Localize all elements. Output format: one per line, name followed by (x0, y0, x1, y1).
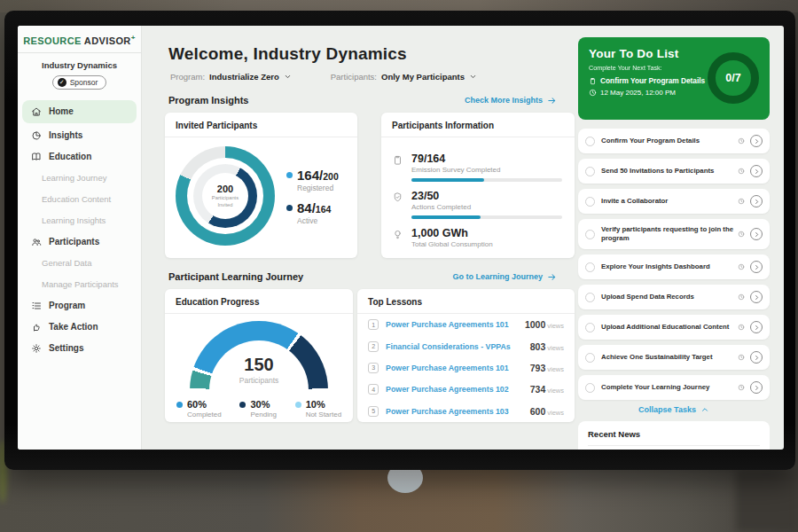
sidebar-menu: Home Insights Education Learning Journey… (18, 100, 141, 359)
app-logo: RESOURCE ADVISOR+ (18, 34, 141, 46)
sidebar-item-label: General Data (42, 258, 92, 268)
lesson-link[interactable]: Power Purchase Agreements 103 (386, 407, 509, 416)
chevron-right-icon (754, 168, 760, 175)
task-item[interactable]: Send 50 Invitations to Participants (578, 159, 770, 184)
lesson-link[interactable]: Power Purchase Agreements 101 (386, 364, 509, 372)
participants-filter-dropdown[interactable]: Participants: Only My Participants (331, 72, 477, 82)
insights-icon (31, 130, 42, 141)
clock-icon (738, 198, 745, 205)
filter-label: Participants: (331, 72, 377, 82)
task-checkbox[interactable] (585, 230, 595, 239)
sidebar-item-manage-participants[interactable]: Manage Participants (18, 274, 141, 295)
todo-header-card: Your To Do List Complete Your Next Task:… (578, 37, 770, 120)
task-open-button[interactable] (750, 228, 763, 240)
task-item[interactable]: Achieve One Sustainability Target (578, 345, 770, 370)
clock-icon (738, 137, 745, 145)
legend-dot (295, 402, 301, 408)
lesson-views: 1000views (525, 319, 564, 330)
invited-donut: 200 Participants Invited (176, 146, 275, 246)
section-title-learning-journey: Participant Learning Journey (168, 271, 303, 282)
task-checkbox[interactable] (585, 262, 595, 272)
chevron-right-icon (754, 325, 760, 331)
task-checkbox[interactable] (585, 167, 595, 176)
task-open-button[interactable] (750, 291, 763, 303)
lesson-link[interactable]: Financial Considerations - VPPAs (386, 342, 511, 351)
task-item[interactable]: Confirm Your Program Details (578, 129, 770, 153)
sidebar-item-insights[interactable]: Insights (18, 125, 141, 146)
task-open-button[interactable] (750, 381, 763, 394)
dashboard-screen: RESOURCE ADVISOR+ Industry Dynamics ✓ Sp… (18, 26, 784, 450)
sidebar-item-settings[interactable]: Settings (18, 338, 141, 359)
door-shadow (736, 470, 798, 532)
task-checkbox[interactable] (585, 197, 595, 207)
legend-item-active: 84 164 Active (286, 200, 339, 225)
chevron-right-icon (754, 231, 760, 238)
sidebar-item-home[interactable]: Home (22, 100, 137, 123)
chevron-down-icon (284, 73, 292, 81)
recent-news-card: Recent News (578, 421, 770, 450)
stat-progress-fill (411, 215, 481, 219)
task-checkbox[interactable] (585, 137, 595, 146)
task-open-button[interactable] (750, 195, 763, 207)
sidebar-item-participants[interactable]: Participants (18, 231, 141, 253)
filter-label: Program: (170, 72, 205, 82)
task-item[interactable]: Upload Spend Data Records (578, 285, 770, 309)
progress-track (411, 215, 562, 219)
task-open-button[interactable] (750, 261, 763, 273)
lesson-rank: 1 (368, 319, 379, 330)
task-list: Confirm Your Program Details Send 50 Inv… (578, 129, 770, 400)
sidebar-item-label: Take Action (49, 322, 98, 332)
task-open-button[interactable] (750, 321, 763, 333)
sidebar-item-take-action[interactable]: Take Action (18, 317, 141, 338)
legend-dot (286, 172, 293, 178)
card-title: Top Lessons (357, 289, 575, 314)
legend-item-pending: 30% Pending (239, 399, 276, 419)
clock-icon (738, 168, 745, 175)
clipboard-icon (589, 77, 597, 85)
sponsor-badge: ✓ Sponsor (52, 75, 107, 90)
task-item[interactable]: Upload Additional Educational Content (578, 315, 770, 340)
collapse-tasks-link[interactable]: Collapse Tasks (578, 405, 770, 414)
task-open-button[interactable] (750, 135, 763, 147)
task-checkbox[interactable] (585, 353, 595, 363)
card-title: Education Progress (165, 289, 353, 314)
legend-dot (176, 402, 183, 408)
task-open-button[interactable] (750, 351, 763, 364)
lesson-row: 2 Financial Considerations - VPPAs 803vi… (357, 335, 575, 356)
sidebar-item-label: Settings (49, 343, 83, 353)
task-item[interactable]: Complete Your Learning Journey (578, 375, 770, 400)
sidebar-item-education-content[interactable]: Education Content (18, 189, 141, 210)
task-checkbox[interactable] (585, 383, 595, 393)
go-to-learning-journey-link[interactable]: Go to Learning Journey (452, 272, 557, 282)
photo-stage: RESOURCE ADVISOR+ Industry Dynamics ✓ Sp… (0, 0, 798, 532)
sidebar-item-label: Manage Participants (42, 279, 119, 289)
invited-donut-inner: 200 Participants Invited (193, 164, 257, 228)
education-gauge-wrap: 150 Participants (190, 321, 328, 392)
sidebar-item-general-data[interactable]: General Data (18, 253, 141, 274)
task-item[interactable]: Verify participants requesting to join t… (578, 219, 770, 249)
lesson-link[interactable]: Power Purchase Agreements 101 (386, 320, 509, 329)
top-lessons-card: Top Lessons 1 Power Purchase Agreements … (357, 289, 575, 422)
sidebar-item-education[interactable]: Education (18, 146, 141, 168)
clock-icon (738, 293, 745, 301)
chevron-right-icon (754, 294, 760, 301)
todo-progress-ring: 0/7 (708, 52, 759, 104)
settings-icon (31, 343, 42, 354)
survey-icon (392, 154, 403, 166)
chevron-down-icon (469, 73, 477, 81)
actions-icon (392, 192, 403, 203)
task-item[interactable]: Explore Your Insights Dashboard (578, 254, 770, 279)
task-checkbox[interactable] (585, 323, 595, 332)
task-checkbox[interactable] (585, 293, 595, 302)
check-more-insights-link[interactable]: Check More Insights (465, 96, 557, 106)
sidebar-item-learning-journey[interactable]: Learning Journey (18, 168, 141, 189)
lesson-views: 793views (530, 363, 564, 373)
program-icon (31, 301, 42, 311)
task-open-button[interactable] (750, 165, 763, 177)
sidebar-item-program[interactable]: Program (18, 295, 141, 317)
program-filter-dropdown[interactable]: Program: Industrialize Zero (170, 72, 292, 82)
sidebar-item-learning-insights[interactable]: Learning Insights (18, 210, 141, 231)
lesson-link[interactable]: Power Purchase Agreements 102 (386, 385, 509, 394)
task-item[interactable]: Invite a Collaborator (578, 189, 770, 214)
section-title-program-insights: Program Insights (168, 95, 248, 106)
